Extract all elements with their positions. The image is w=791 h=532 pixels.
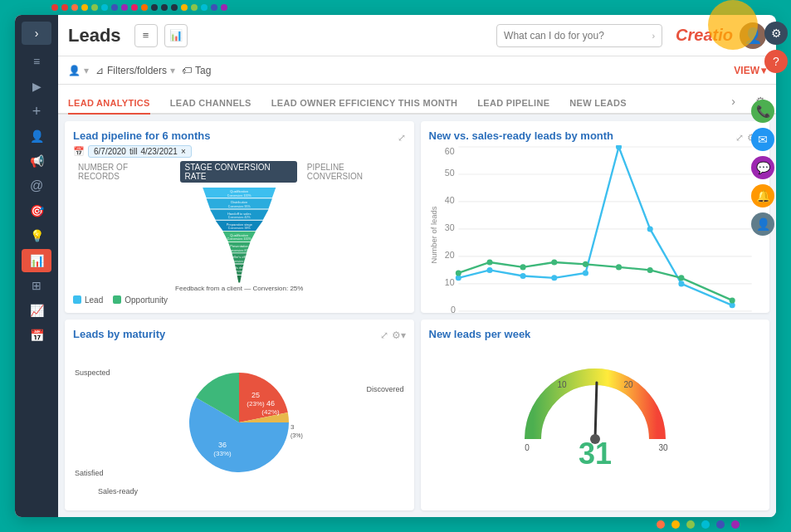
list-view-button[interactable]: ≡ xyxy=(134,24,158,47)
sidebar-item-play[interactable]: ▶ xyxy=(22,75,51,98)
svg-text:(3%): (3%) xyxy=(291,432,303,439)
tab-lead-analytics[interactable]: LEAD ANALYTICS xyxy=(68,98,150,115)
tab-lead-pipeline[interactable]: LEAD PIPELINE xyxy=(477,98,549,115)
svg-text:50: 50 xyxy=(444,168,454,178)
settings-icon[interactable]: ⚙ xyxy=(764,22,788,45)
svg-text:36: 36 xyxy=(218,441,227,449)
svg-text:10: 10 xyxy=(557,380,567,389)
funnel-card: Lead pipeline for 6 months ⤢ 📅 6/7/2020 … xyxy=(65,121,414,313)
svg-text:40: 40 xyxy=(444,195,454,205)
date-range-badge[interactable]: 6/7/2020 till 4/23/2021 × xyxy=(88,145,192,158)
svg-text:46: 46 xyxy=(266,399,275,408)
filters-folders[interactable]: ⊿ Filters/folders ▾ xyxy=(95,65,175,76)
filter-icon: ⊿ xyxy=(95,65,104,76)
line-expand-icon[interactable]: ⤢ xyxy=(735,132,744,144)
svg-text:Qualification: Qualification xyxy=(230,189,248,193)
dashboard-content: Lead pipeline for 6 months ⤢ 📅 6/7/2020 … xyxy=(58,115,776,517)
topbar: Leads ≡ 📊 › Creatio 👤 xyxy=(58,15,776,56)
funnel-card-header: Lead pipeline for 6 months ⤢ xyxy=(73,129,406,145)
sidebar-item-user[interactable]: 👤 xyxy=(22,124,51,148)
gauge-card-title: New leads per week xyxy=(429,328,531,340)
svg-point-50 xyxy=(486,267,492,273)
profile-icon[interactable]: 👤 xyxy=(751,212,774,236)
funnel-tab-pipeline[interactable]: PIPELINE CONVERSION xyxy=(302,161,406,183)
svg-point-66 xyxy=(729,297,735,303)
svg-text:0: 0 xyxy=(525,443,530,452)
svg-text:Presentation: Presentation xyxy=(230,244,248,248)
discovered-label: Discovered xyxy=(366,385,403,393)
pie-card-title: Leads by maturity xyxy=(73,328,165,340)
main-container: › ≡ ▶ + 👤 📢 @ 🎯 💡 📊 ⊞ 📈 📅 Leads ≡ 📊 › Cr… xyxy=(15,15,776,517)
gauge-chart-area: 0 10 20 30 31 xyxy=(429,344,762,503)
svg-line-75 xyxy=(592,383,600,439)
svg-text:60: 60 xyxy=(444,146,454,156)
sidebar-item-menu[interactable]: ≡ xyxy=(22,50,51,73)
date-to: 4/23/2021 xyxy=(140,147,178,156)
date-range: 📅 6/7/2020 till 4/23/2021 × xyxy=(73,145,406,158)
tabs-more-button[interactable]: › xyxy=(731,95,735,113)
svg-text:Conversion: 42%: Conversion: 42% xyxy=(228,216,251,219)
help-icon[interactable]: ? xyxy=(764,50,788,73)
sidebar-item-lightbulb[interactable]: 💡 xyxy=(22,224,51,247)
pie-chart-area: 46 (42%) 36 (33%) 25 (23%) 3 (3%) Suspec… xyxy=(73,344,406,503)
sidebar-toggle[interactable]: › xyxy=(22,22,51,45)
phone-icon[interactable]: 📞 xyxy=(751,100,774,123)
svg-point-61 xyxy=(551,259,557,265)
svg-point-55 xyxy=(647,226,652,232)
svg-text:3: 3 xyxy=(291,423,295,431)
chat-icon[interactable]: 💬 xyxy=(751,156,774,179)
svg-point-59 xyxy=(486,259,492,265)
pie-chart-card: Leads by maturity ⤢ ⚙▾ xyxy=(65,320,414,511)
svg-text:30: 30 xyxy=(444,222,454,232)
tag-icon: 🏷 xyxy=(182,65,192,76)
search-input[interactable] xyxy=(504,30,648,41)
date-clear-icon[interactable]: × xyxy=(181,147,186,156)
tab-lead-owner-efficiency[interactable]: LEAD OWNER EFFICIENCY THIS MONTH xyxy=(271,98,458,115)
svg-point-53 xyxy=(582,270,588,276)
svg-text:Preparation stage: Preparation stage xyxy=(227,222,253,227)
user-filter[interactable]: 👤 ▾ xyxy=(68,65,89,76)
svg-text:0: 0 xyxy=(450,305,455,312)
tab-lead-channels[interactable]: LEAD CHANNELS xyxy=(170,98,251,115)
funnel-tab-records[interactable]: NUMBER OF RECORDS xyxy=(73,161,175,183)
chart-view-button[interactable]: 📊 xyxy=(164,24,188,47)
svg-text:(42%): (42%) xyxy=(262,408,281,416)
view-button[interactable]: VIEW ▾ xyxy=(734,65,766,76)
funnel-legend: Lead Opportunity xyxy=(73,295,406,305)
funnel-tab-conversion[interactable]: STAGE CONVERSION RATE xyxy=(180,161,297,183)
search-box[interactable]: › xyxy=(496,24,662,47)
sidebar-item-analytics[interactable]: 📊 xyxy=(22,249,51,272)
lead-color xyxy=(73,295,81,304)
sidebar-item-target[interactable]: 🎯 xyxy=(22,199,51,222)
tag-button[interactable]: 🏷 Tag xyxy=(182,65,211,76)
bell-icon[interactable]: 🔔 xyxy=(751,184,774,207)
gauge-card-header: New leads per week xyxy=(429,328,762,344)
svg-text:Conversion: 85%: Conversion: 85% xyxy=(228,260,251,263)
tab-new-leads[interactable]: NEW LEADS xyxy=(569,98,627,115)
svg-text:Conversion: 74%: Conversion: 74% xyxy=(229,270,250,273)
svg-point-52 xyxy=(551,275,557,281)
svg-text:Handoff to sales: Handoff to sales xyxy=(227,212,251,216)
sidebar-item-at[interactable]: @ xyxy=(22,174,51,198)
funnel-card-title: Lead pipeline for 6 months xyxy=(73,129,210,142)
svg-text:30: 30 xyxy=(658,443,668,452)
user-icon: 👤 xyxy=(68,65,81,76)
svg-point-56 xyxy=(678,281,684,286)
funnel-tabs: NUMBER OF RECORDS STAGE CONVERSION RATE … xyxy=(73,161,406,183)
svg-text:Qualification: Qualification xyxy=(230,233,248,237)
svg-text:25: 25 xyxy=(251,391,260,399)
line-chart-card: New vs. sales-ready leads by month ⤢ ⚙▾ … xyxy=(421,121,770,313)
sidebar-item-megaphone[interactable]: 📢 xyxy=(22,149,51,173)
pie-expand-icon[interactable]: ⤢ xyxy=(380,329,388,341)
lead-label: Lead xyxy=(85,295,103,305)
tabs-bar: LEAD ANALYTICS LEAD CHANNELS LEAD OWNER … xyxy=(58,85,776,115)
sidebar-item-chart[interactable]: 📈 xyxy=(22,299,51,322)
email-icon[interactable]: ✉ xyxy=(751,128,774,151)
salesready-label: Sales-ready xyxy=(98,487,138,495)
opportunity-color xyxy=(113,295,121,304)
sidebar-item-grid[interactable]: ⊞ xyxy=(22,274,51,297)
funnel-expand-icon[interactable]: ⤢ xyxy=(398,132,406,144)
pie-settings-icon[interactable]: ⚙▾ xyxy=(392,329,406,341)
sidebar-item-add[interactable]: + xyxy=(22,100,51,123)
sidebar-item-calendar[interactable]: 📅 xyxy=(22,324,51,347)
